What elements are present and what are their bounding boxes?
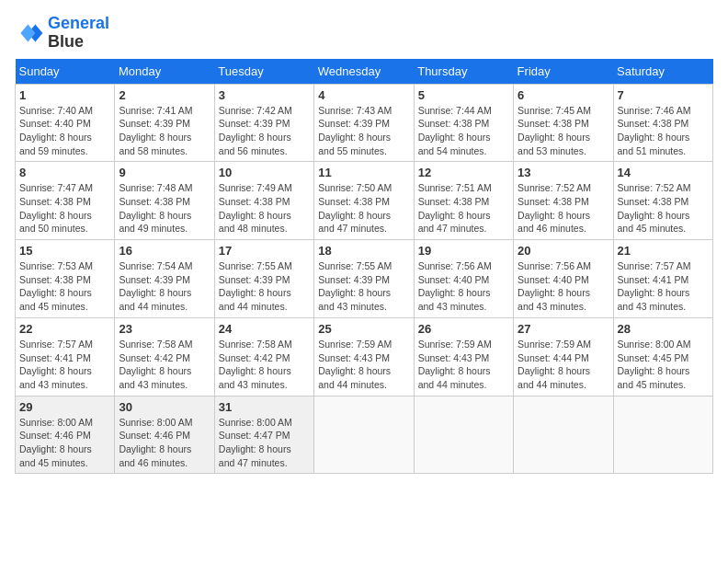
calendar-cell: 18 Sunrise: 7:55 AMSunset: 4:39 PMDaylig… (314, 240, 414, 318)
cell-content: Sunrise: 7:53 AMSunset: 4:38 PMDaylight:… (19, 259, 110, 314)
cell-content: Sunrise: 7:59 AMSunset: 4:43 PMDaylight:… (418, 338, 509, 392)
calendar-cell: 1 Sunrise: 7:40 AMSunset: 4:40 PMDayligh… (16, 84, 115, 162)
calendar-table: SundayMondayTuesdayWednesdayThursdayFrid… (15, 59, 713, 475)
calendar-cell: 19 Sunrise: 7:56 AMSunset: 4:40 PMDaylig… (414, 240, 513, 318)
cell-content: Sunrise: 7:58 AMSunset: 4:42 PMDaylight:… (219, 338, 310, 392)
day-number: 9 (119, 166, 210, 179)
calendar-cell: 30 Sunrise: 8:00 AMSunset: 4:46 PMDaylig… (115, 396, 214, 474)
day-number: 19 (418, 244, 509, 258)
page-header: General Blue (15, 15, 713, 52)
day-number: 3 (219, 88, 310, 102)
cell-content: Sunrise: 7:58 AMSunset: 4:42 PMDaylight:… (119, 338, 210, 392)
cell-content: Sunrise: 7:41 AMSunset: 4:39 PMDaylight:… (119, 104, 210, 158)
calendar-cell: 11 Sunrise: 7:50 AMSunset: 4:38 PMDaylig… (314, 162, 414, 240)
cell-content: Sunrise: 8:00 AMSunset: 4:46 PMDaylight:… (19, 416, 110, 470)
cell-content: Sunrise: 7:56 AMSunset: 4:40 PMDaylight:… (518, 259, 609, 314)
day-number: 31 (219, 400, 310, 414)
cell-content: Sunrise: 7:47 AMSunset: 4:38 PMDaylight:… (19, 181, 110, 236)
day-number: 25 (318, 322, 409, 336)
day-number: 11 (318, 166, 409, 179)
cell-content: Sunrise: 8:00 AMSunset: 4:45 PMDaylight:… (618, 338, 709, 392)
day-number: 4 (318, 88, 409, 102)
calendar-cell: 13 Sunrise: 7:52 AMSunset: 4:38 PMDaylig… (514, 162, 613, 240)
day-number: 13 (518, 166, 609, 179)
calendar-cell (414, 396, 513, 474)
cell-content: Sunrise: 7:44 AMSunset: 4:38 PMDaylight:… (418, 104, 509, 158)
calendar-cell: 4 Sunrise: 7:43 AMSunset: 4:39 PMDayligh… (314, 84, 414, 162)
calendar-cell: 20 Sunrise: 7:56 AMSunset: 4:40 PMDaylig… (514, 240, 613, 318)
calendar-cell: 28 Sunrise: 8:00 AMSunset: 4:45 PMDaylig… (613, 317, 712, 396)
cell-content: Sunrise: 7:55 AMSunset: 4:39 PMDaylight:… (219, 259, 310, 314)
cell-content: Sunrise: 7:48 AMSunset: 4:38 PMDaylight:… (119, 181, 210, 236)
week-row-1: 1 Sunrise: 7:40 AMSunset: 4:40 PMDayligh… (16, 84, 713, 162)
day-number: 29 (19, 400, 110, 414)
calendar-cell: 16 Sunrise: 7:54 AMSunset: 4:39 PMDaylig… (115, 240, 214, 318)
day-number: 24 (219, 322, 310, 336)
calendar-cell: 12 Sunrise: 7:51 AMSunset: 4:38 PMDaylig… (414, 162, 513, 240)
calendar-cell: 7 Sunrise: 7:46 AMSunset: 4:38 PMDayligh… (613, 84, 712, 162)
calendar-cell: 9 Sunrise: 7:48 AMSunset: 4:38 PMDayligh… (115, 162, 214, 240)
day-number: 15 (19, 244, 110, 258)
day-number: 18 (318, 244, 409, 258)
week-row-2: 8 Sunrise: 7:47 AMSunset: 4:38 PMDayligh… (16, 162, 713, 240)
col-header-saturday: Saturday (613, 59, 712, 85)
calendar-cell: 25 Sunrise: 7:59 AMSunset: 4:43 PMDaylig… (314, 317, 414, 396)
day-number: 8 (19, 166, 110, 179)
day-number: 30 (119, 400, 210, 414)
week-row-3: 15 Sunrise: 7:53 AMSunset: 4:38 PMDaylig… (16, 240, 713, 318)
col-header-monday: Monday (115, 59, 214, 85)
cell-content: Sunrise: 7:43 AMSunset: 4:39 PMDaylight:… (318, 104, 409, 158)
day-number: 26 (418, 322, 509, 336)
calendar-header-row: SundayMondayTuesdayWednesdayThursdayFrid… (16, 59, 713, 85)
day-number: 6 (518, 88, 609, 102)
day-number: 1 (19, 88, 110, 102)
week-row-5: 29 Sunrise: 8:00 AMSunset: 4:46 PMDaylig… (16, 396, 713, 474)
cell-content: Sunrise: 7:59 AMSunset: 4:44 PMDaylight:… (518, 338, 609, 392)
day-number: 5 (418, 88, 509, 102)
cell-content: Sunrise: 7:50 AMSunset: 4:38 PMDaylight:… (318, 181, 409, 236)
calendar-cell: 24 Sunrise: 7:58 AMSunset: 4:42 PMDaylig… (214, 317, 313, 396)
calendar-cell: 3 Sunrise: 7:42 AMSunset: 4:39 PMDayligh… (214, 84, 313, 162)
calendar-cell (314, 396, 414, 474)
cell-content: Sunrise: 7:46 AMSunset: 4:38 PMDaylight:… (618, 104, 709, 158)
cell-content: Sunrise: 8:00 AMSunset: 4:46 PMDaylight:… (119, 416, 210, 470)
cell-content: Sunrise: 7:49 AMSunset: 4:38 PMDaylight:… (219, 181, 310, 236)
calendar-cell: 10 Sunrise: 7:49 AMSunset: 4:38 PMDaylig… (214, 162, 313, 240)
logo: General Blue (15, 15, 109, 52)
day-number: 20 (518, 244, 609, 258)
calendar-cell (514, 396, 613, 474)
col-header-thursday: Thursday (414, 59, 513, 85)
cell-content: Sunrise: 7:57 AMSunset: 4:41 PMDaylight:… (19, 338, 110, 392)
col-header-tuesday: Tuesday (214, 59, 313, 85)
day-number: 17 (219, 244, 310, 258)
day-number: 23 (119, 322, 210, 336)
cell-content: Sunrise: 7:57 AMSunset: 4:41 PMDaylight:… (618, 259, 709, 314)
day-number: 22 (19, 322, 110, 336)
cell-content: Sunrise: 7:51 AMSunset: 4:38 PMDaylight:… (418, 181, 509, 236)
calendar-cell: 17 Sunrise: 7:55 AMSunset: 4:39 PMDaylig… (214, 240, 313, 318)
calendar-cell: 21 Sunrise: 7:57 AMSunset: 4:41 PMDaylig… (613, 240, 712, 318)
day-number: 21 (618, 244, 709, 258)
day-number: 7 (618, 88, 709, 102)
day-number: 14 (618, 166, 709, 179)
logo-text: General Blue (48, 15, 109, 52)
cell-content: Sunrise: 7:59 AMSunset: 4:43 PMDaylight:… (318, 338, 409, 392)
col-header-wednesday: Wednesday (314, 59, 414, 85)
day-number: 2 (119, 88, 210, 102)
col-header-sunday: Sunday (16, 59, 115, 85)
calendar-cell: 15 Sunrise: 7:53 AMSunset: 4:38 PMDaylig… (16, 240, 115, 318)
cell-content: Sunrise: 7:45 AMSunset: 4:38 PMDaylight:… (518, 104, 609, 158)
calendar-cell: 22 Sunrise: 7:57 AMSunset: 4:41 PMDaylig… (16, 317, 115, 396)
day-number: 16 (119, 244, 210, 258)
calendar-cell: 8 Sunrise: 7:47 AMSunset: 4:38 PMDayligh… (16, 162, 115, 240)
cell-content: Sunrise: 8:00 AMSunset: 4:47 PMDaylight:… (219, 416, 310, 470)
day-number: 12 (418, 166, 509, 179)
cell-content: Sunrise: 7:42 AMSunset: 4:39 PMDaylight:… (219, 104, 310, 158)
cell-content: Sunrise: 7:52 AMSunset: 4:38 PMDaylight:… (518, 181, 609, 236)
calendar-cell: 27 Sunrise: 7:59 AMSunset: 4:44 PMDaylig… (514, 317, 613, 396)
calendar-cell: 23 Sunrise: 7:58 AMSunset: 4:42 PMDaylig… (115, 317, 214, 396)
logo-icon (15, 18, 44, 48)
calendar-cell: 6 Sunrise: 7:45 AMSunset: 4:38 PMDayligh… (514, 84, 613, 162)
calendar-cell: 31 Sunrise: 8:00 AMSunset: 4:47 PMDaylig… (214, 396, 313, 474)
calendar-cell: 29 Sunrise: 8:00 AMSunset: 4:46 PMDaylig… (16, 396, 115, 474)
